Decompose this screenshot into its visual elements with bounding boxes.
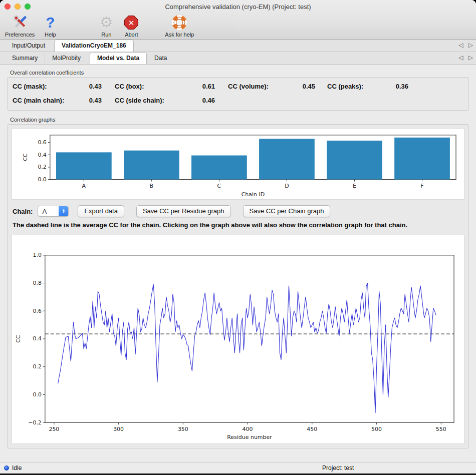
svg-text:B: B <box>150 183 154 189</box>
cc-per-chain-figure: 0.00.20.40.6ABCDEFChain IDCC <box>12 129 464 200</box>
svg-text:D: D <box>285 183 289 189</box>
toolbar-item-label: Help <box>45 32 56 38</box>
tab-scroll-arrows: ◁ ▷ <box>459 42 473 49</box>
svg-text:F: F <box>420 183 423 189</box>
cc-volume-label: CC (volume): <box>228 83 287 90</box>
toolbar-item-label: Preferences <box>5 32 35 38</box>
status-indicator-icon <box>4 465 9 470</box>
svg-text:0.2: 0.2 <box>33 363 41 370</box>
cc-main-chain-label: CC (main chain): <box>13 97 79 104</box>
tab-validationcryoem-186[interactable]: ValidationCryoEM_186 <box>54 40 134 52</box>
cc-side-chain-label: CC (side chain): <box>115 97 186 104</box>
tab-summary[interactable]: Summary <box>5 53 45 64</box>
cc-main-chain-value: 0.43 <box>79 97 102 104</box>
status-text: Idle <box>12 464 22 471</box>
svg-text:450: 450 <box>307 426 317 432</box>
chevron-up-down-icon: ▲▼ <box>59 206 68 216</box>
scroll-left-icon[interactable]: ◁ <box>459 54 463 61</box>
cc-per-chain-chart[interactable]: 0.00.20.40.6ABCDEFChain IDCC <box>12 129 464 199</box>
save-cc-per-residue-button[interactable]: Save CC per Residue graph <box>136 205 231 217</box>
svg-text:500: 500 <box>371 426 382 432</box>
cc-box-label: CC (box): <box>115 83 186 90</box>
model-vs-data-panel: Overall correlation coefficients CC (mas… <box>0 65 476 462</box>
svg-text:550: 550 <box>436 426 446 432</box>
help-button[interactable]: ? Help <box>39 14 62 38</box>
cc-volume-value: 0.45 <box>287 83 315 90</box>
cc-box-value: 0.61 <box>186 83 215 90</box>
zoom-window-button[interactable] <box>25 4 31 10</box>
chain-select-value: A <box>38 206 59 216</box>
svg-text:0.0: 0.0 <box>38 176 47 183</box>
svg-text:Residue number: Residue number <box>227 434 272 440</box>
close-window-button[interactable] <box>5 4 11 10</box>
run-button[interactable]: ⚙ Run <box>95 14 118 38</box>
svg-text:300: 300 <box>113 426 124 432</box>
svg-text:0.6: 0.6 <box>33 308 41 314</box>
minimize-window-button[interactable] <box>15 4 21 10</box>
title-bar: Comprehensive validation (cryo-EM) (Proj… <box>0 0 476 13</box>
ask-for-help-button[interactable]: Ask for help <box>165 14 194 38</box>
cc-side-chain-value: 0.46 <box>186 97 215 104</box>
svg-text:CC: CC <box>22 153 29 161</box>
svg-text:1.0: 1.0 <box>33 252 41 258</box>
main-tab-bar: Input/Output ValidationCryoEM_186 ◁ ▷ <box>0 40 476 52</box>
svg-text:0.4: 0.4 <box>38 152 47 158</box>
tab-data[interactable]: Data <box>147 53 174 64</box>
toolbar-item-label: Abort <box>125 32 138 38</box>
window-title: Comprehensive validation (cryo-EM) (Proj… <box>0 3 476 11</box>
correlation-graphs-groupbox: Correlation graphs 0.00.20.40.6ABCDEFCha… <box>7 116 469 448</box>
svg-text:0.0: 0.0 <box>33 391 41 398</box>
tab-model-vs-data[interactable]: Model vs. Data <box>90 52 147 64</box>
status-bar: Idle Project: test <box>0 462 476 473</box>
svg-text:E: E <box>353 183 356 189</box>
stop-octagon-icon: ✕ <box>124 14 139 31</box>
svg-text:0.2: 0.2 <box>38 164 46 170</box>
groupbox-title: Correlation graphs <box>7 116 469 124</box>
abort-button[interactable]: ✕ Abort <box>120 14 143 38</box>
groupbox-title: Overall correlation coefficients <box>7 69 469 77</box>
dashed-line-note: The dashed line is the average CC for th… <box>8 218 468 231</box>
svg-text:0.6: 0.6 <box>38 139 47 146</box>
toolbar-item-label: Ask for help <box>165 32 194 38</box>
svg-text:0.4: 0.4 <box>33 336 41 342</box>
tab-input-output[interactable]: Input/Output <box>5 40 52 52</box>
svg-text:0.8: 0.8 <box>33 280 41 286</box>
gear-icon: ⚙ <box>100 14 113 31</box>
cc-stats-grid: CC (mask): 0.43 CC (box): 0.61 CC (volum… <box>8 78 468 110</box>
cc-mask-value: 0.43 <box>79 83 102 90</box>
svg-text:Chain ID: Chain ID <box>242 191 265 198</box>
sub-tab-bar: Summary MolProbity Model vs. Data Data ◁… <box>0 52 476 65</box>
overall-cc-groupbox: Overall correlation coefficients CC (mas… <box>7 69 469 111</box>
svg-text:−0.2: −0.2 <box>28 419 42 426</box>
preferences-button[interactable]: Preferences <box>5 14 35 38</box>
tools-icon <box>12 14 29 31</box>
cc-mask-label: CC (mask): <box>13 83 79 90</box>
cc-per-residue-figure: −0.20.00.20.40.60.81.0250300350400450500… <box>12 235 464 444</box>
save-cc-per-chain-button[interactable]: Save CC per Chain graph <box>243 205 331 217</box>
export-data-button[interactable]: Export data <box>78 205 124 217</box>
sub-tab-scroll-arrows: ◁ ▷ <box>459 54 473 61</box>
tab-molprobity[interactable]: MolProbity <box>45 53 88 64</box>
toolbar-item-label: Run <box>101 32 111 38</box>
traffic-lights <box>5 4 31 10</box>
chain-select[interactable]: A ▲▼ <box>38 206 69 217</box>
svg-text:A: A <box>82 183 86 189</box>
scroll-right-icon[interactable]: ▷ <box>468 42 473 49</box>
svg-text:✕: ✕ <box>128 19 135 28</box>
chain-controls: Chain: A ▲▼ Export data Save CC per Resi… <box>8 204 468 218</box>
scroll-left-icon[interactable]: ◁ <box>459 42 463 49</box>
cc-peaks-value: 0.36 <box>381 83 408 90</box>
lifebuoy-icon <box>172 14 187 31</box>
app-window: Comprehensive validation (cryo-EM) (Proj… <box>0 0 476 475</box>
toolbar: Preferences ? Help ⚙ Run ✕ Abort <box>0 13 476 39</box>
svg-text:250: 250 <box>49 426 59 432</box>
scroll-right-icon[interactable]: ▷ <box>468 54 473 61</box>
cc-peaks-label: CC (peaks): <box>327 83 381 90</box>
question-mark-icon: ? <box>46 14 55 31</box>
window-chrome: Comprehensive validation (cryo-EM) (Proj… <box>0 0 476 40</box>
chain-label: Chain: <box>13 208 33 215</box>
svg-text:C: C <box>217 183 221 189</box>
svg-text:350: 350 <box>178 426 188 432</box>
project-label: Project: test <box>322 464 354 471</box>
cc-per-residue-chart: −0.20.00.20.40.60.81.0250300350400450500… <box>12 235 464 443</box>
